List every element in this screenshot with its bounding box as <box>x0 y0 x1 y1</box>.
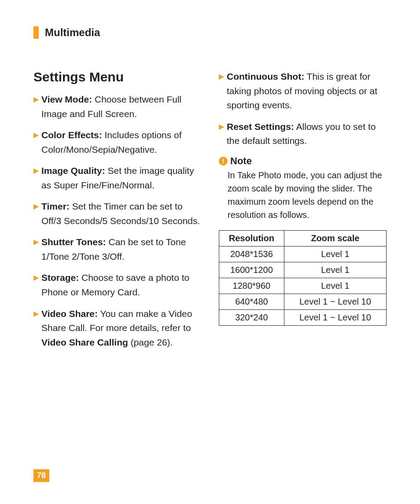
left-column: Settings Menu ▶ View Mode: Choose betwee… <box>33 70 201 357</box>
table-row: 1280*960 Level 1 <box>219 278 387 294</box>
table-header-row: Resolution Zoom scale <box>219 230 387 246</box>
list-item: ▶ Continuous Shot: This is great for tak… <box>219 70 387 113</box>
table-row: 2048*1536 Level 1 <box>219 246 387 262</box>
table-cell: 1600*1200 <box>219 262 284 278</box>
section-title-text: Multimedia <box>45 26 100 39</box>
triangle-bullet-icon: ▶ <box>33 235 39 249</box>
triangle-bullet-icon: ▶ <box>219 70 224 84</box>
triangle-bullet-icon: ▶ <box>33 128 39 142</box>
list-item: ▶ Color Effects: Includes options of Col… <box>33 128 201 157</box>
settings-menu-heading: Settings Menu <box>33 70 201 85</box>
list-item-label: Continuous Shot: <box>227 71 304 81</box>
note-heading: ! Note <box>219 155 387 167</box>
table-cell: Level 1 ~ Level 10 <box>284 294 386 309</box>
list-item-label: Reset Settings: <box>227 121 294 132</box>
table-row: 1600*1200 Level 1 <box>219 262 387 278</box>
list-item: ▶ Storage: Choose to save a photo to Pho… <box>33 271 201 299</box>
table-row: 640*480 Level 1 ~ Level 10 <box>219 294 387 309</box>
note-title: Note <box>230 155 252 167</box>
list-item: ▶ Reset Settings: Allows you to set to t… <box>219 120 387 148</box>
triangle-bullet-icon: ▶ <box>219 120 224 134</box>
triangle-bullet-icon: ▶ <box>33 199 39 213</box>
list-item-label: Timer: <box>41 201 70 211</box>
list-item-label: Shutter Tones: <box>41 237 106 247</box>
triangle-bullet-icon: ▶ <box>33 307 39 321</box>
list-item-body: Storage: Choose to save a photo to Phone… <box>41 271 201 299</box>
list-item: ▶ Shutter Tones: Can be set to Tone 1/To… <box>33 235 201 264</box>
note-body: In Take Photo mode, you can adjust the z… <box>219 169 387 221</box>
list-item-label: View Mode: <box>41 94 92 104</box>
triangle-bullet-icon: ▶ <box>33 92 39 107</box>
list-item-body: Reset Settings: Allows you to set to the… <box>227 120 387 148</box>
zoom-table: Resolution Zoom scale 2048*1536 Level 1 … <box>219 230 387 326</box>
table-cell: 1280*960 <box>219 278 284 294</box>
list-item: ▶ Timer: Set the Timer can be set to Off… <box>33 199 201 228</box>
list-item-body: Color Effects: Includes options of Color… <box>41 128 201 157</box>
page-number: 78 <box>33 469 49 482</box>
right-column: ▶ Continuous Shot: This is great for tak… <box>219 70 387 357</box>
list-item-label: Storage: <box>41 272 79 283</box>
list-item: ▶ Video Share: You can make a Video Shar… <box>33 307 201 350</box>
triangle-bullet-icon: ▶ <box>33 271 39 285</box>
list-item-label: Video Share: <box>41 309 98 319</box>
table-cell: Level 1 <box>284 246 386 262</box>
list-item-body: Timer: Set the Timer can be set to Off/3… <box>41 199 201 228</box>
table-cell: Level 1 <box>284 278 386 294</box>
table-row: 320*240 Level 1 ~ Level 10 <box>219 309 387 325</box>
list-item-body: Video Share: You can make a Video Share … <box>41 307 201 350</box>
table-cell: 640*480 <box>219 294 284 309</box>
list-item: ▶ View Mode: Choose between Full Image a… <box>33 92 201 121</box>
list-item-body: Image Quality: Set the image quality as … <box>41 164 201 192</box>
list-item-label: Color Effects: <box>41 130 102 140</box>
list-item-body: Shutter Tones: Can be set to Tone 1/Tone… <box>41 235 201 264</box>
table-cell: Level 1 ~ Level 10 <box>284 309 386 325</box>
list-item-bold-tail: Video Share Calling <box>41 337 128 347</box>
table-cell: Level 1 <box>284 262 386 278</box>
triangle-bullet-icon: ▶ <box>33 164 39 178</box>
section-title: Multimedia <box>33 26 387 39</box>
list-item-body: View Mode: Choose between Full Image and… <box>41 92 201 121</box>
list-item-label: Image Quality: <box>41 166 105 176</box>
list-item: ▶ Image Quality: Set the image quality a… <box>33 164 201 192</box>
page: Multimedia Settings Menu ▶ View Mode: Ch… <box>0 0 420 504</box>
table-cell: 2048*1536 <box>219 246 284 262</box>
table-header-zoom: Zoom scale <box>284 230 386 246</box>
content-columns: Settings Menu ▶ View Mode: Choose betwee… <box>33 70 387 357</box>
list-item-body: Continuous Shot: This is great for takin… <box>227 70 387 113</box>
list-item-tail: (page 26). <box>128 337 173 347</box>
table-cell: 320*240 <box>219 309 284 325</box>
table-header-resolution: Resolution <box>219 230 284 246</box>
section-bar-icon <box>33 26 39 39</box>
note-exclamation-icon: ! <box>219 157 228 166</box>
